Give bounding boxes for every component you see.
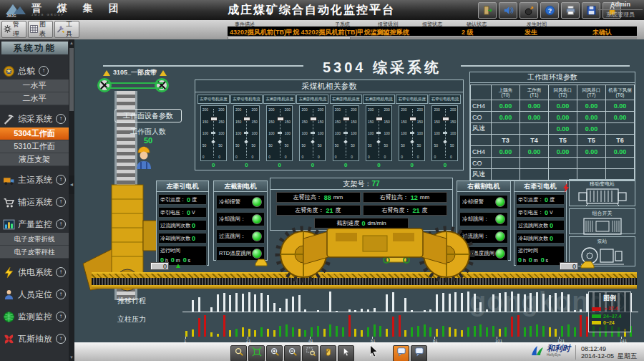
- overview-icon: [3, 65, 15, 77]
- motor-status-row: 过流跳闸：: [216, 229, 265, 244]
- weekday-text: 星期五: [618, 352, 637, 360]
- legend-entry: ＞37.4: [589, 304, 630, 313]
- face-equipment-params-button[interactable]: 工作面设备参数: [114, 109, 182, 122]
- tool-magnifier-button[interactable]: [230, 345, 247, 361]
- sidebar-group-瓦斯抽放[interactable]: 瓦斯抽放 ↑: [0, 330, 69, 347]
- user-name: Admin: [598, 1, 643, 8]
- belt-head-frame: [106, 82, 163, 89]
- left-cutting-motor-panel: 左截割电机 冷却报警 冷却跳闸： 过流跳闸： RTD温度跳闸: [213, 180, 268, 261]
- gauge-右截割电机温度: 右截割电机温度 200150100500 200150100500 0: [330, 95, 362, 168]
- sidebar-item-5310工作面[interactable]: 5310工作面: [0, 140, 69, 153]
- sidebar-item-电子皮带折线[interactable]: 电子皮带折线: [0, 233, 69, 246]
- alarm-column-headers: 事件描述子系统报警级别报警状态确认状态发生时间: [228, 20, 637, 27]
- miner-icon: [135, 145, 153, 170]
- status-led: [252, 231, 262, 241]
- chart-legend: 图例 ＞37.4 24~37.4 0~24: [588, 292, 631, 332]
- grid-icon: [29, 24, 39, 35]
- gauge-value: 0: [230, 162, 263, 168]
- zoom-out-icon: [288, 347, 298, 360]
- tool-balloon-blue-button[interactable]: [411, 345, 427, 361]
- face-people-label: 工作面人数: [116, 127, 180, 137]
- sidebar-item-一水平[interactable]: 一水平: [0, 80, 69, 92]
- sidebar-group-供电系统[interactable]: 供电系统 ↑: [0, 264, 69, 281]
- tool-zoom-in-button[interactable]: [266, 345, 283, 361]
- tool-arrow-button[interactable]: [338, 345, 354, 361]
- power-alarm-bolt-icon: [563, 183, 570, 193]
- svg-text:?: ?: [547, 7, 551, 14]
- gauge-value: 0: [296, 162, 328, 168]
- sidebar-group-主运系统[interactable]: 主运系统 ↑: [0, 171, 69, 188]
- sidebar-group-人员定位[interactable]: 人员定位 ↑: [0, 286, 69, 303]
- gauge-右截割电机电流: 右截割电机电流 200150100500 200150100500 0: [363, 95, 395, 168]
- device-移动变电站[interactable]: 移动变电站: [569, 179, 635, 206]
- legend-title: 图例: [589, 292, 630, 304]
- sidebar-item-5304工作面[interactable]: 5304工作面: [0, 127, 69, 140]
- gauge-value: 0: [197, 162, 230, 168]
- print-icon[interactable]: [561, 2, 580, 19]
- tool-hand-button[interactable]: [320, 345, 336, 361]
- sidebar-group-总貌[interactable]: 总貌 ↑: [0, 62, 69, 80]
- device-组合开关[interactable]: 组合开关: [569, 208, 635, 234]
- gear-icon: [3, 24, 12, 35]
- menu-button-图表[interactable]: 图表: [28, 21, 53, 38]
- mini-cart-icon: [255, 258, 268, 266]
- header-bar: JMJG 晋 煤 集 团 JMJG GROUP 成庄煤矿综合自动化监控平台 ? …: [0, 0, 644, 20]
- sidebar-group-产量监控[interactable]: 产量监控 ↑: [0, 216, 69, 233]
- fit-icon: [252, 347, 262, 360]
- alarm-row[interactable]: 43202掘风机前(TB)甲烷 43202掘风机前(TB)甲烷：1.00 > H…: [228, 27, 637, 36]
- user-info[interactable]: Admin 系统管理员: [598, 1, 643, 19]
- sidebar-item-液压支架[interactable]: 液压支架: [0, 153, 69, 166]
- right-traction-motor-panel: 右牵引电机 牵引温度：0度 牵引电压：0V 过流跳闸次数0 冷却跳闸次数0运行时…: [514, 180, 567, 266]
- expand-icon: ↑: [56, 197, 66, 207]
- sidebar-item-电子皮带秤柱[interactable]: 电子皮带秤柱: [0, 246, 69, 259]
- zoom-region-icon: [306, 347, 316, 360]
- sidebar-group-综采系统[interactable]: 综采系统 ↑: [0, 110, 69, 127]
- sidebar-nav: 总貌 ↑一水平二水平 综采系统 ↑5304工作面5310工作面液压支架 主运系统…: [0, 57, 69, 347]
- device-泵站[interactable]: 泵站: [569, 236, 635, 266]
- menu-button-工具[interactable]: 工具: [54, 21, 79, 38]
- gauge-左截割电机温度: 左截割电机温度 200150100500 200150100500 0: [263, 95, 296, 168]
- tool-fit-button[interactable]: [248, 345, 265, 361]
- pick-icon: [3, 113, 15, 125]
- title-rule-right: [461, 65, 630, 67]
- balloon-icon: [414, 347, 424, 360]
- sidebar-item-二水平[interactable]: 二水平: [0, 92, 69, 105]
- hazard-icon: [103, 70, 110, 76]
- expand-icon: ↑: [56, 289, 66, 299]
- speaker-icon[interactable]: [499, 2, 517, 19]
- menu-button-管理[interactable]: 管理: [1, 21, 26, 38]
- tool-zoom-out-button[interactable]: [284, 345, 301, 361]
- expand-icon: ↑: [56, 219, 66, 229]
- alarm-icon[interactable]: [519, 2, 538, 19]
- sidebar-group-辅运系统[interactable]: 辅运系统 ↑: [0, 193, 69, 211]
- fan-icon: [3, 333, 15, 345]
- person-icon: [3, 289, 15, 301]
- env-table: 上隅角(T0)工作面(T1)回风巷口(T2)回风巷口(T7)机巷下风侧(T6)C…: [470, 85, 635, 180]
- exit-icon[interactable]: [478, 2, 497, 19]
- hollysys-logo-icon: [531, 345, 544, 357]
- gauge-左截割电机电流: 左截割电机电流 200150100500 200150100500 0: [296, 95, 328, 168]
- sidebar-collapse-handle[interactable]: ◄: [69, 175, 74, 194]
- motor-param-row: 牵引电压：0V: [158, 207, 207, 218]
- up-arrow-icon: ▲: [175, 262, 182, 269]
- motor-param-row: 牵引电压：0V: [516, 207, 565, 218]
- vendor-subname: HollySys: [547, 352, 570, 357]
- sidebar-group-监测监控[interactable]: 监测监控 ↑: [0, 308, 69, 325]
- expand-icon: ↑: [56, 267, 66, 277]
- help-icon[interactable]: ?: [540, 2, 559, 19]
- tool-balloon-orange-button[interactable]: [393, 345, 409, 361]
- transformer-icon: [570, 188, 635, 209]
- status-bar: 和利时 HollySys 08:12:49 2014-12-05 星期五: [74, 342, 644, 361]
- expand-icon: ↑: [56, 114, 66, 124]
- tool-zoom-region-button[interactable]: [302, 345, 318, 361]
- expand-icon: ↑: [39, 66, 49, 76]
- page-title: 成庄煤矿综合自动化监控平台: [204, 3, 419, 18]
- date-text: 2014-12-05: [581, 352, 614, 360]
- clock: 08:12:49 2014-12-05 星期五: [581, 345, 637, 360]
- gauge-value: 0: [330, 162, 362, 168]
- menu-alarm-bar: 管理 图表 工具 事件描述子系统报警级别报警状态确认状态发生时间 43202掘风…: [0, 20, 644, 39]
- menu-buttons: 管理 图表 工具: [1, 21, 79, 38]
- expand-icon: ↑: [56, 334, 66, 344]
- shearer-params-title: 采煤机相关参数: [195, 80, 463, 92]
- sidebar-scrollbar[interactable]: ▲▼: [69, 39, 74, 361]
